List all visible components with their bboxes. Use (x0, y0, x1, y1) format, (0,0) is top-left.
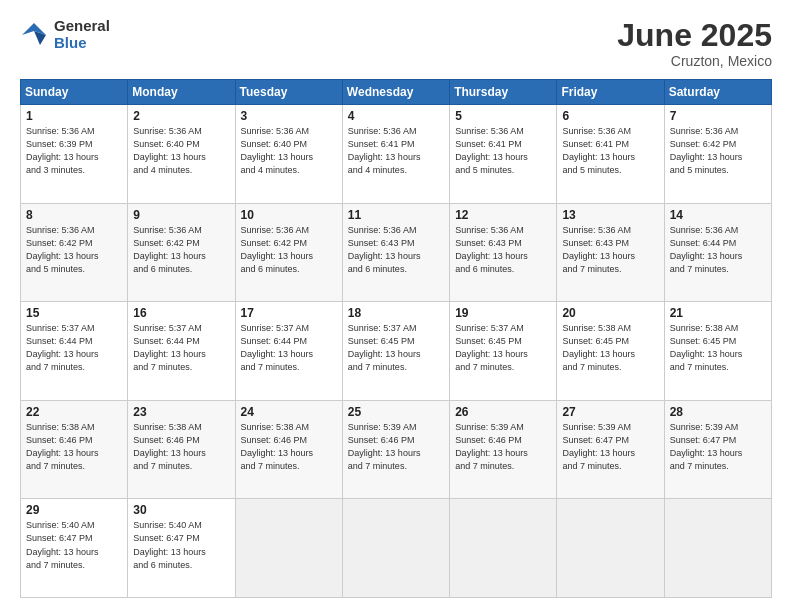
calendar-week-row: 22Sunrise: 5:38 AMSunset: 6:46 PMDayligh… (21, 400, 772, 499)
day-number: 12 (455, 208, 551, 222)
page: General Blue June 2025 Cruzton, Mexico S… (0, 0, 792, 612)
table-row: 2Sunrise: 5:36 AMSunset: 6:40 PMDaylight… (128, 105, 235, 204)
day-number: 1 (26, 109, 122, 123)
table-row: 28Sunrise: 5:39 AMSunset: 6:47 PMDayligh… (664, 400, 771, 499)
table-row (342, 499, 449, 598)
day-info: Sunrise: 5:36 AMSunset: 6:41 PMDaylight:… (562, 125, 658, 177)
calendar-week-row: 1Sunrise: 5:36 AMSunset: 6:39 PMDaylight… (21, 105, 772, 204)
table-row: 18Sunrise: 5:37 AMSunset: 6:45 PMDayligh… (342, 302, 449, 401)
table-row: 9Sunrise: 5:36 AMSunset: 6:42 PMDaylight… (128, 203, 235, 302)
day-info: Sunrise: 5:36 AMSunset: 6:39 PMDaylight:… (26, 125, 122, 177)
table-row: 22Sunrise: 5:38 AMSunset: 6:46 PMDayligh… (21, 400, 128, 499)
day-number: 18 (348, 306, 444, 320)
table-row: 8Sunrise: 5:36 AMSunset: 6:42 PMDaylight… (21, 203, 128, 302)
table-row: 26Sunrise: 5:39 AMSunset: 6:46 PMDayligh… (450, 400, 557, 499)
calendar-header-row: Sunday Monday Tuesday Wednesday Thursday… (21, 80, 772, 105)
col-thursday: Thursday (450, 80, 557, 105)
day-info: Sunrise: 5:36 AMSunset: 6:40 PMDaylight:… (133, 125, 229, 177)
day-info: Sunrise: 5:36 AMSunset: 6:40 PMDaylight:… (241, 125, 337, 177)
day-info: Sunrise: 5:39 AMSunset: 6:47 PMDaylight:… (562, 421, 658, 473)
day-number: 29 (26, 503, 122, 517)
logo-general-text: General (54, 18, 110, 35)
table-row: 19Sunrise: 5:37 AMSunset: 6:45 PMDayligh… (450, 302, 557, 401)
svg-marker-0 (22, 23, 46, 35)
day-info: Sunrise: 5:36 AMSunset: 6:41 PMDaylight:… (348, 125, 444, 177)
table-row: 6Sunrise: 5:36 AMSunset: 6:41 PMDaylight… (557, 105, 664, 204)
calendar-week-row: 8Sunrise: 5:36 AMSunset: 6:42 PMDaylight… (21, 203, 772, 302)
table-row: 17Sunrise: 5:37 AMSunset: 6:44 PMDayligh… (235, 302, 342, 401)
day-number: 17 (241, 306, 337, 320)
day-number: 23 (133, 405, 229, 419)
day-number: 28 (670, 405, 766, 419)
col-wednesday: Wednesday (342, 80, 449, 105)
table-row (450, 499, 557, 598)
day-number: 15 (26, 306, 122, 320)
day-number: 10 (241, 208, 337, 222)
day-info: Sunrise: 5:37 AMSunset: 6:44 PMDaylight:… (133, 322, 229, 374)
day-info: Sunrise: 5:40 AMSunset: 6:47 PMDaylight:… (133, 519, 229, 571)
table-row: 20Sunrise: 5:38 AMSunset: 6:45 PMDayligh… (557, 302, 664, 401)
calendar-week-row: 29Sunrise: 5:40 AMSunset: 6:47 PMDayligh… (21, 499, 772, 598)
day-info: Sunrise: 5:39 AMSunset: 6:46 PMDaylight:… (455, 421, 551, 473)
day-number: 7 (670, 109, 766, 123)
day-info: Sunrise: 5:36 AMSunset: 6:42 PMDaylight:… (241, 224, 337, 276)
table-row: 4Sunrise: 5:36 AMSunset: 6:41 PMDaylight… (342, 105, 449, 204)
day-number: 11 (348, 208, 444, 222)
title-section: June 2025 Cruzton, Mexico (617, 18, 772, 69)
month-title: June 2025 (617, 18, 772, 53)
day-number: 27 (562, 405, 658, 419)
day-info: Sunrise: 5:37 AMSunset: 6:44 PMDaylight:… (26, 322, 122, 374)
table-row: 5Sunrise: 5:36 AMSunset: 6:41 PMDaylight… (450, 105, 557, 204)
day-number: 16 (133, 306, 229, 320)
table-row: 11Sunrise: 5:36 AMSunset: 6:43 PMDayligh… (342, 203, 449, 302)
day-number: 4 (348, 109, 444, 123)
day-info: Sunrise: 5:40 AMSunset: 6:47 PMDaylight:… (26, 519, 122, 571)
day-info: Sunrise: 5:38 AMSunset: 6:46 PMDaylight:… (241, 421, 337, 473)
day-info: Sunrise: 5:38 AMSunset: 6:45 PMDaylight:… (562, 322, 658, 374)
day-info: Sunrise: 5:37 AMSunset: 6:45 PMDaylight:… (348, 322, 444, 374)
col-monday: Monday (128, 80, 235, 105)
day-info: Sunrise: 5:36 AMSunset: 6:42 PMDaylight:… (670, 125, 766, 177)
top-section: General Blue June 2025 Cruzton, Mexico (20, 18, 772, 69)
day-number: 5 (455, 109, 551, 123)
day-info: Sunrise: 5:39 AMSunset: 6:46 PMDaylight:… (348, 421, 444, 473)
table-row: 25Sunrise: 5:39 AMSunset: 6:46 PMDayligh… (342, 400, 449, 499)
day-info: Sunrise: 5:37 AMSunset: 6:45 PMDaylight:… (455, 322, 551, 374)
day-number: 6 (562, 109, 658, 123)
day-number: 26 (455, 405, 551, 419)
calendar-week-row: 15Sunrise: 5:37 AMSunset: 6:44 PMDayligh… (21, 302, 772, 401)
day-number: 2 (133, 109, 229, 123)
table-row: 21Sunrise: 5:38 AMSunset: 6:45 PMDayligh… (664, 302, 771, 401)
table-row: 27Sunrise: 5:39 AMSunset: 6:47 PMDayligh… (557, 400, 664, 499)
table-row: 13Sunrise: 5:36 AMSunset: 6:43 PMDayligh… (557, 203, 664, 302)
table-row: 1Sunrise: 5:36 AMSunset: 6:39 PMDaylight… (21, 105, 128, 204)
table-row: 16Sunrise: 5:37 AMSunset: 6:44 PMDayligh… (128, 302, 235, 401)
col-sunday: Sunday (21, 80, 128, 105)
day-number: 19 (455, 306, 551, 320)
col-saturday: Saturday (664, 80, 771, 105)
day-number: 13 (562, 208, 658, 222)
table-row: 14Sunrise: 5:36 AMSunset: 6:44 PMDayligh… (664, 203, 771, 302)
day-info: Sunrise: 5:36 AMSunset: 6:44 PMDaylight:… (670, 224, 766, 276)
day-number: 3 (241, 109, 337, 123)
day-info: Sunrise: 5:36 AMSunset: 6:41 PMDaylight:… (455, 125, 551, 177)
day-info: Sunrise: 5:36 AMSunset: 6:43 PMDaylight:… (348, 224, 444, 276)
table-row: 29Sunrise: 5:40 AMSunset: 6:47 PMDayligh… (21, 499, 128, 598)
logo-blue-text: Blue (54, 35, 110, 52)
col-friday: Friday (557, 80, 664, 105)
table-row: 30Sunrise: 5:40 AMSunset: 6:47 PMDayligh… (128, 499, 235, 598)
day-info: Sunrise: 5:36 AMSunset: 6:43 PMDaylight:… (562, 224, 658, 276)
logo-text: General Blue (54, 18, 110, 51)
table-row: 7Sunrise: 5:36 AMSunset: 6:42 PMDaylight… (664, 105, 771, 204)
day-info: Sunrise: 5:36 AMSunset: 6:43 PMDaylight:… (455, 224, 551, 276)
table-row (557, 499, 664, 598)
table-row: 24Sunrise: 5:38 AMSunset: 6:46 PMDayligh… (235, 400, 342, 499)
day-number: 21 (670, 306, 766, 320)
table-row: 15Sunrise: 5:37 AMSunset: 6:44 PMDayligh… (21, 302, 128, 401)
logo: General Blue (20, 18, 110, 51)
day-number: 8 (26, 208, 122, 222)
day-info: Sunrise: 5:36 AMSunset: 6:42 PMDaylight:… (26, 224, 122, 276)
day-number: 22 (26, 405, 122, 419)
day-info: Sunrise: 5:38 AMSunset: 6:46 PMDaylight:… (133, 421, 229, 473)
day-number: 24 (241, 405, 337, 419)
